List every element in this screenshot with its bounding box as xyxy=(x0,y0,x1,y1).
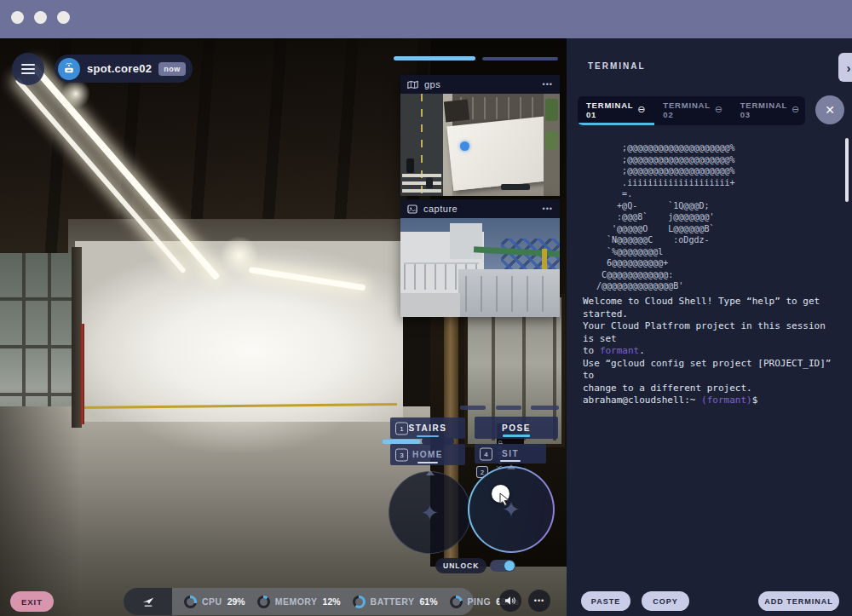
mini-bar xyxy=(496,406,521,410)
gps-panel-header[interactable]: gps ••• xyxy=(400,75,560,94)
drone-icon xyxy=(141,595,156,608)
right-joystick[interactable]: ✦ xyxy=(468,466,555,553)
ascii-art: ;@@@@@@@@@@@@@@@@@@@@% ;@@@@@@@@@@@@@@@@… xyxy=(591,142,735,292)
stats-list: CPU29%MEMORY12%BATTERY61%PING68ms xyxy=(172,596,519,608)
mini-progress-bar xyxy=(383,440,420,444)
minimize-tab-icon[interactable]: ⊖ xyxy=(715,104,723,115)
progress-bar-inactive xyxy=(482,57,558,60)
unlock-control: UNLOCK xyxy=(435,558,515,573)
hotkey-badge: 4 xyxy=(480,447,492,460)
capture-panel-menu-icon[interactable]: ••• xyxy=(543,204,553,213)
stat-memory: MEMORY12% xyxy=(257,596,341,608)
mini-bar xyxy=(460,406,486,410)
collapse-panel-button[interactable]: › xyxy=(838,53,852,82)
stairs-button[interactable]: 1 STAIRS xyxy=(390,417,465,439)
hotkey-badge: 3 xyxy=(395,448,408,461)
gps-panel: gps ••• xyxy=(400,75,560,196)
status-badge: now xyxy=(158,62,186,76)
exit-button[interactable]: EXIT xyxy=(10,591,54,612)
left-joystick[interactable]: ✦ xyxy=(389,471,471,554)
terminal-panel: TERMINAL › TERMINAL 01⊖TERMINAL 02⊖TERMI… xyxy=(567,38,852,616)
device-name: spot.core02 xyxy=(87,62,152,75)
window-titlebar xyxy=(0,0,852,38)
app-window: deploy spot.core02 now xyxy=(0,0,852,616)
terminal-panel-title: TERMINAL xyxy=(588,61,646,71)
capture-photo xyxy=(400,218,560,317)
capture-panel-title: capture xyxy=(423,204,458,214)
stats-bar: CPU29%MEMORY12%BATTERY61%PING68ms xyxy=(124,588,474,615)
terminal-tab[interactable]: TERMINAL 01⊖ xyxy=(578,96,654,125)
speaker-button[interactable] xyxy=(499,590,521,612)
mini-bar xyxy=(422,438,454,445)
stat-cpu: CPU29% xyxy=(184,596,245,608)
pose-button[interactable]: POSE xyxy=(475,417,558,439)
capture-panel: capture ••• xyxy=(400,199,560,317)
window-dot-icon[interactable] xyxy=(11,11,24,24)
window-dot-icon[interactable] xyxy=(34,11,47,24)
scene-red-pipe xyxy=(80,324,84,424)
gauge-icon xyxy=(450,596,463,608)
window-dot-icon[interactable] xyxy=(57,11,70,24)
sit-button[interactable]: 4 SIT xyxy=(475,444,546,463)
gauge-icon xyxy=(257,596,270,608)
sparkle-icon: ✦ xyxy=(421,500,440,526)
mini-bar xyxy=(531,406,559,410)
menu-button[interactable] xyxy=(12,53,44,85)
cursor-icon xyxy=(499,492,511,506)
add-terminal-button[interactable]: ADD TERMINAL xyxy=(758,591,839,611)
robot-icon xyxy=(58,58,80,80)
minimize-tab-icon[interactable]: ⊖ xyxy=(637,104,646,115)
home-button[interactable]: 3 HOME xyxy=(390,444,465,465)
hamburger-icon xyxy=(21,61,35,77)
minimize-tab-icon[interactable]: ⊖ xyxy=(792,104,800,115)
map-icon xyxy=(407,80,418,89)
hotkey-badge: 1 xyxy=(395,422,408,435)
gps-panel-menu-icon[interactable]: ••• xyxy=(543,80,553,89)
terminal-output[interactable]: Welcome to Cloud Shell! Type “help” to g… xyxy=(583,296,838,407)
capture-panel-header[interactable]: capture ••• xyxy=(400,199,560,218)
gps-panel-title: gps xyxy=(424,79,440,89)
unlock-label: UNLOCK xyxy=(435,558,486,573)
scrollbar-thumb[interactable] xyxy=(845,138,849,202)
terminal-tab[interactable]: TERMINAL 02⊖ xyxy=(654,96,731,125)
gauge-icon xyxy=(353,596,366,608)
toggle-knob xyxy=(504,561,515,571)
progress-bar-active xyxy=(394,56,475,60)
device-pill[interactable]: spot.core02 now xyxy=(55,55,193,83)
paste-button[interactable]: PASTE xyxy=(581,591,630,611)
gps-map xyxy=(400,94,560,196)
close-terminal-button[interactable]: ✕ xyxy=(815,95,844,124)
more-button[interactable]: ••• xyxy=(528,590,550,612)
terminal-tabs: TERMINAL 01⊖TERMINAL 02⊖TERMINAL 03⊖ xyxy=(578,96,805,125)
stat-battery: BATTERY61% xyxy=(353,596,438,608)
terminal-tab[interactable]: TERMINAL 03⊖ xyxy=(732,96,805,125)
gauge-icon xyxy=(184,596,197,608)
copy-button[interactable]: COPY xyxy=(642,591,689,611)
speaker-icon xyxy=(504,596,516,606)
robot-mode-button[interactable] xyxy=(124,588,172,615)
robot-location-dot xyxy=(460,141,469,151)
capture-icon xyxy=(407,204,417,214)
unlock-toggle[interactable] xyxy=(490,560,515,572)
